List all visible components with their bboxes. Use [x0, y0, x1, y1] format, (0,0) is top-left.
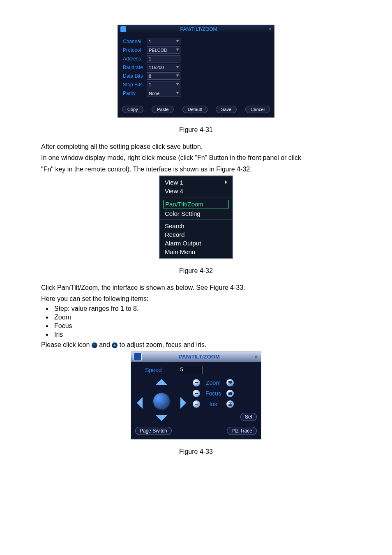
protocol-label: Protocol	[123, 47, 147, 53]
list-item: Zoom	[53, 314, 351, 321]
direction-pad	[135, 377, 188, 423]
arrow-left-icon[interactable]	[137, 397, 143, 409]
iris-minus-button[interactable]	[193, 400, 200, 408]
dialog-title: PAN/TILT/ZOOM	[129, 26, 269, 32]
dpad-center-button[interactable]	[153, 393, 170, 409]
address-label: Address	[123, 56, 147, 62]
menu-view4[interactable]: View 4	[160, 187, 232, 195]
menu-search[interactable]: Search	[160, 222, 232, 230]
baudrate-select[interactable]: 115200	[147, 64, 180, 71]
figure-caption: Figure 4-31	[41, 125, 351, 134]
set-button[interactable]: Set	[240, 413, 257, 421]
list-item: Iris	[53, 331, 351, 338]
close-icon[interactable]: ×	[269, 26, 272, 32]
submenu-arrow-icon	[225, 180, 227, 184]
ptz-control-panel: PAN/TILT/ZOOM × Speed 5 Zoom	[131, 352, 261, 439]
parity-label: Parity	[123, 90, 147, 96]
zoom-minus-button[interactable]	[193, 379, 200, 386]
dialog-body: Channel 1 Protocol PELCOD Address 1 Baud…	[118, 33, 274, 100]
iris-label: Iris	[203, 401, 224, 407]
address-input[interactable]: 1	[147, 55, 180, 62]
parity-select[interactable]: None	[147, 90, 180, 97]
channel-label: Channel	[123, 39, 147, 44]
cancel-button[interactable]: Cancel	[245, 106, 270, 113]
iris-plus-button[interactable]	[226, 400, 234, 408]
baudrate-label: Baudrate	[123, 65, 147, 70]
close-icon[interactable]: ×	[254, 354, 258, 360]
list-item: Step: value ranges fro 1 to 8.	[53, 305, 351, 312]
menu-alarm-output[interactable]: Alarm Output	[160, 239, 232, 247]
minus-icon: −	[92, 342, 97, 348]
zoom-label: Zoom	[203, 379, 224, 386]
figure-caption: Figure 4-32	[41, 266, 351, 275]
body-text: Here you can set the following items:	[41, 294, 351, 303]
ptz-trace-button[interactable]: Ptz Trace	[227, 427, 257, 435]
menu-color-setting[interactable]: Color Setting	[160, 209, 232, 218]
channel-select[interactable]: 1	[147, 38, 180, 45]
stopbits-label: Stop Bits	[123, 82, 147, 88]
list-item: Focus	[53, 322, 351, 330]
menu-record[interactable]: Record	[160, 230, 232, 239]
zoom-plus-button[interactable]	[226, 379, 234, 386]
menu-pan-tilt-zoom[interactable]: Pan/Tilt/Zoom	[163, 200, 229, 208]
page-switch-button[interactable]: Page Switch	[135, 427, 172, 435]
arrow-up-icon[interactable]	[156, 379, 167, 385]
arrow-right-icon[interactable]	[180, 397, 186, 409]
save-button[interactable]: Save	[216, 106, 237, 113]
menu-view1[interactable]: View 1	[160, 178, 232, 187]
paste-button[interactable]: Paste	[152, 106, 174, 113]
plus-icon: +	[112, 342, 118, 348]
copy-button[interactable]: Copy	[122, 106, 143, 113]
ptz-config-dialog: PAN/TILT/ZOOM × Channel 1 Protocol PELCO…	[118, 25, 274, 118]
focus-minus-button[interactable]	[193, 390, 200, 397]
stopbits-select[interactable]: 1	[147, 81, 180, 88]
body-text: Click Pan/Tilt/Zoom, the interface is sh…	[41, 283, 351, 292]
body-text: "Fn" key in the remote control). The int…	[41, 164, 351, 174]
body-text: After completing all the setting please …	[41, 142, 351, 151]
window-icon	[134, 353, 142, 361]
focus-label: Focus	[203, 390, 224, 397]
dialog-buttons: Copy Paste Default Save Cancel	[118, 100, 274, 117]
body-text: Please click icon − and + to adjust zoom…	[41, 340, 351, 349]
speed-input[interactable]: 5	[178, 366, 203, 374]
window-icon	[120, 26, 126, 32]
body-text: In one window display mode, right click …	[41, 153, 351, 162]
focus-plus-button[interactable]	[226, 390, 234, 397]
context-menu: View 1 View 4 Pan/Tilt/Zoom Color Settin…	[159, 176, 233, 259]
panel-titlebar[interactable]: PAN/TILT/ZOOM ×	[131, 352, 261, 362]
protocol-select[interactable]: PELCOD	[147, 46, 180, 54]
bullet-list: Step: value ranges fro 1 to 8. Zoom Focu…	[53, 305, 351, 338]
menu-main-menu[interactable]: Main Menu	[160, 247, 232, 256]
figure-caption: Figure 4-33	[41, 447, 351, 456]
dialog-titlebar[interactable]: PAN/TILT/ZOOM ×	[118, 25, 274, 33]
arrow-down-icon[interactable]	[156, 415, 167, 421]
speed-label: Speed	[145, 367, 161, 373]
panel-title: PAN/TILT/ZOOM	[144, 354, 254, 360]
databits-select[interactable]: 8	[147, 72, 180, 80]
databits-label: Data Bits	[123, 73, 147, 79]
default-button[interactable]: Default	[182, 106, 208, 113]
